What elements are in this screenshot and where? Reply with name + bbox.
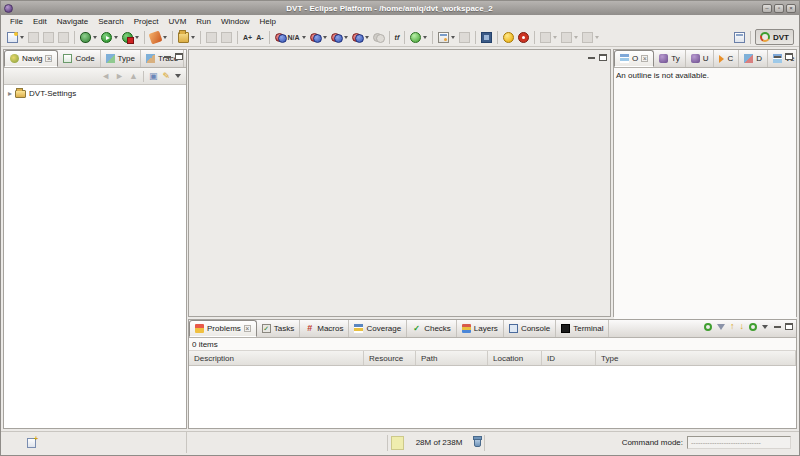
menu-file[interactable]: File xyxy=(5,17,28,26)
garbage-collect-icon[interactable] xyxy=(474,438,481,447)
tab-terminal[interactable]: Terminal xyxy=(556,320,609,337)
tree-item-dvt-settings[interactable]: ▸ DVT-Settings xyxy=(4,87,186,100)
problems-maximize-icon[interactable] xyxy=(785,323,793,330)
last-edit-button[interactable] xyxy=(539,30,558,45)
outline-minimize-icon[interactable] xyxy=(774,55,781,58)
yellow-ball-button[interactable] xyxy=(502,30,515,45)
compile-button-disabled[interactable] xyxy=(372,30,385,45)
font-increase-button[interactable]: A+ xyxy=(242,30,253,45)
problems-table-body[interactable] xyxy=(189,367,796,428)
expander-icon[interactable]: ▸ xyxy=(8,89,12,98)
help-ring-button[interactable] xyxy=(517,30,530,45)
tab-outline-close-icon[interactable]: × xyxy=(641,55,648,62)
tab-coverage[interactable]: Coverage xyxy=(349,320,407,337)
block-selection-icon xyxy=(221,32,232,43)
forward-button[interactable] xyxy=(581,30,600,45)
compile-button-2[interactable] xyxy=(330,30,349,45)
editor-maximize-icon[interactable] xyxy=(599,54,607,61)
toggle-block-button[interactable] xyxy=(220,30,233,45)
problems-menu-icon[interactable] xyxy=(762,325,768,329)
tab-checks-label: C xyxy=(727,54,733,63)
tab-uvm[interactable]: U xyxy=(686,50,715,67)
debug-button[interactable] xyxy=(79,30,98,45)
fast-view-icon[interactable] xyxy=(27,438,36,448)
tab-design-label: D xyxy=(756,54,762,63)
collapse-all-icon[interactable]: ▣ xyxy=(149,72,158,81)
minimize-button[interactable]: – xyxy=(762,4,772,13)
refresh-icon[interactable] xyxy=(704,323,712,331)
font-decrease-button[interactable]: A- xyxy=(255,30,264,45)
new-wizard-button[interactable] xyxy=(6,30,25,45)
col-description[interactable]: Description xyxy=(189,351,364,365)
open-perspective-button[interactable] xyxy=(733,30,746,45)
yellow-ball-icon xyxy=(503,32,514,43)
menu-run[interactable]: Run xyxy=(191,17,216,26)
prev-marker-icon[interactable]: ↑ xyxy=(730,322,735,331)
tab-type[interactable]: Type xyxy=(101,50,141,67)
navigator-minimize-icon[interactable] xyxy=(164,55,171,58)
build-status-button[interactable]: N/A xyxy=(274,30,307,45)
external-tools-button[interactable] xyxy=(149,30,168,45)
tab-problems-close-icon[interactable]: × xyxy=(244,325,251,332)
tab-outline[interactable]: O × xyxy=(614,50,654,67)
outline-maximize-icon[interactable] xyxy=(785,53,793,60)
link-editor-icon[interactable]: ✎ xyxy=(162,72,170,81)
nav-back-icon[interactable]: ◄ xyxy=(101,72,110,81)
view-menu-icon[interactable] xyxy=(175,74,181,78)
next-marker-icon[interactable]: ↓ xyxy=(740,322,745,331)
dvt-perspective-button[interactable]: DVT xyxy=(755,29,794,45)
col-path[interactable]: Path xyxy=(416,351,488,365)
tab-problems[interactable]: Problems × xyxy=(189,320,257,337)
tab-navig-close-icon[interactable]: × xyxy=(45,55,52,62)
layers-icon xyxy=(462,324,471,333)
tab-types[interactable]: Ty xyxy=(654,50,685,67)
col-resource[interactable]: Resource xyxy=(364,351,416,365)
col-location[interactable]: Location xyxy=(488,351,542,365)
tab-design[interactable]: D xyxy=(739,50,768,67)
menu-window[interactable]: Window xyxy=(216,17,254,26)
close-button[interactable]: × xyxy=(786,4,796,13)
compile-button-1[interactable] xyxy=(309,30,328,45)
menu-navigate[interactable]: Navigate xyxy=(52,17,94,26)
paste-disabled-button[interactable] xyxy=(458,30,471,45)
run-terminate-button[interactable] xyxy=(121,30,140,45)
menu-project[interactable]: Project xyxy=(129,17,164,26)
command-mode-field[interactable]: ------------------------------ xyxy=(687,436,791,449)
print-button[interactable] xyxy=(57,30,70,45)
editor-minimize-icon[interactable] xyxy=(588,56,595,59)
run-button[interactable] xyxy=(100,30,119,45)
tab-console[interactable]: Console xyxy=(504,320,556,337)
menu-edit[interactable]: Edit xyxy=(28,17,52,26)
editor-area[interactable] xyxy=(188,49,611,317)
tab-navig[interactable]: Navig × xyxy=(4,50,58,67)
menu-help[interactable]: Help xyxy=(254,17,280,26)
refresh-icon-2[interactable] xyxy=(749,323,757,331)
tab-tasks[interactable]: ✓ Tasks xyxy=(257,320,300,337)
open-resource-button[interactable] xyxy=(177,30,196,45)
problems-minimize-icon[interactable] xyxy=(774,325,781,328)
compile-button-3[interactable] xyxy=(351,30,370,45)
back-button[interactable] xyxy=(560,30,579,45)
start-server-button[interactable] xyxy=(409,30,428,45)
tf-toggle-button[interactable]: tf xyxy=(394,30,401,45)
nav-forward-icon[interactable]: ► xyxy=(115,72,124,81)
toggle-editor-area-button[interactable] xyxy=(480,30,493,45)
maximize-button[interactable]: ▫ xyxy=(774,4,784,13)
menu-search[interactable]: Search xyxy=(93,17,128,26)
tab-checks[interactable]: C xyxy=(714,50,739,67)
navigator-tree: ▸ DVT-Settings xyxy=(4,85,186,102)
col-id[interactable]: ID xyxy=(542,351,596,365)
tab-code[interactable]: Code xyxy=(58,50,100,67)
col-type[interactable]: Type xyxy=(596,351,796,365)
dialog-button[interactable] xyxy=(437,30,456,45)
menu-uvm[interactable]: UVM xyxy=(164,17,192,26)
tab-checks-bottom[interactable]: ✓ Checks xyxy=(407,320,457,337)
save-button[interactable] xyxy=(27,30,40,45)
nav-up-icon[interactable]: ▲ xyxy=(129,72,138,81)
toggle-mark-button[interactable] xyxy=(205,30,218,45)
save-all-button[interactable] xyxy=(42,30,55,45)
tab-layers[interactable]: Layers xyxy=(457,320,504,337)
tab-macros[interactable]: # Macros xyxy=(300,320,349,337)
navigator-maximize-icon[interactable] xyxy=(175,53,183,60)
filter-icon[interactable] xyxy=(717,324,725,330)
